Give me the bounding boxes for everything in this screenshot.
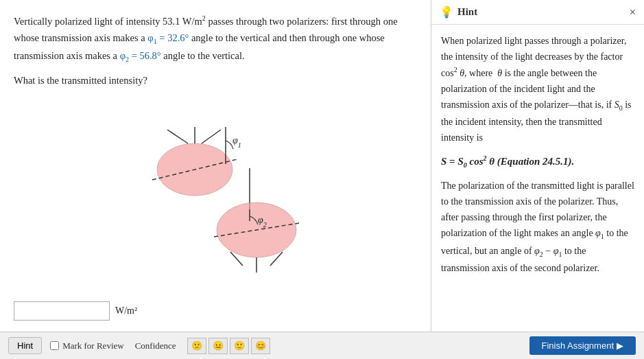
finish-arrow-icon: ▶ — [617, 340, 623, 351]
left-panel: Vertically polarized light of intensity … — [0, 0, 431, 332]
hint-paragraph-1: When polarized light passes through a po… — [441, 33, 634, 146]
diagram-area: φ1 φ2 — [14, 96, 417, 299]
hint-title-label: Hint — [457, 6, 477, 18]
finish-assignment-button[interactable]: Finish Assignment ▶ — [529, 336, 636, 355]
problem-text: Vertically polarized light of intensity … — [14, 12, 417, 65]
hint-close-button[interactable]: × — [630, 7, 636, 18]
conf-btn-2[interactable]: 😐 — [208, 338, 228, 354]
hint-equation: S = S0 cos2 θ (Equation 24.5.1). — [441, 153, 634, 172]
bottom-bar: Hint Mark for Review Confidence 🙁 😐 🙂 😊 … — [0, 332, 644, 359]
mark-review-checkbox[interactable] — [50, 341, 59, 350]
hint-panel: 💡 Hint × When polarized light passes thr… — [431, 0, 644, 332]
confidence-buttons: 🙁 😐 🙂 😊 — [187, 338, 270, 354]
polarizer-diagram: φ1 φ2 — [106, 108, 325, 286]
hint-header: 💡 Hint × — [431, 0, 644, 25]
svg-line-9 — [167, 130, 188, 143]
conf-btn-3[interactable]: 🙂 — [230, 338, 249, 354]
answer-row: W/m² — [14, 301, 417, 321]
mark-review-container: Mark for Review — [50, 340, 124, 351]
question-text: What is the transmitted intensity? — [14, 72, 417, 89]
svg-line-11 — [202, 130, 221, 143]
unit-label: W/m² — [115, 305, 137, 316]
answer-input[interactable] — [14, 301, 110, 321]
hint-header-title: 💡 Hint — [440, 5, 477, 19]
hint-body: When polarized light passes through a po… — [431, 25, 644, 291]
hint-button[interactable]: Hint — [8, 337, 42, 354]
conf-btn-1[interactable]: 🙁 — [187, 338, 206, 354]
confidence-label: Confidence — [135, 340, 176, 351]
hint-paragraph-2: The polarization of the transmitted ligh… — [441, 178, 634, 276]
mark-review-label: Mark for Review — [62, 340, 124, 351]
svg-text:φ1: φ1 — [232, 135, 241, 149]
conf-btn-4[interactable]: 😊 — [251, 338, 270, 354]
finish-label: Finish Assignment — [542, 340, 615, 351]
hint-icon: 💡 — [440, 5, 453, 19]
